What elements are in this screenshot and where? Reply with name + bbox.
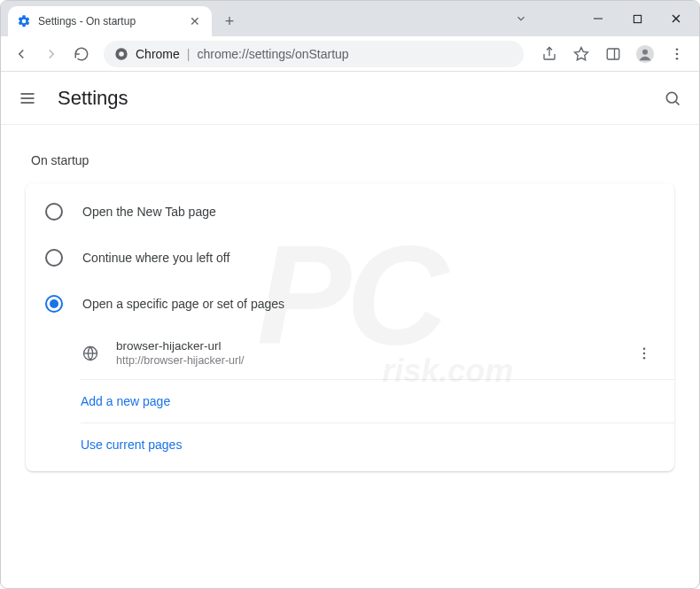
use-current-pages-link[interactable]: Use current pages [81, 423, 674, 466]
radio-option-specific-pages[interactable]: Open a specific page or set of pages [26, 281, 674, 327]
section-heading: On startup [31, 153, 674, 167]
radio-option-new-tab[interactable]: Open the New Tab page [26, 189, 674, 235]
svg-point-14 [676, 57, 679, 59]
page-entry-menu-icon[interactable] [634, 343, 655, 364]
svg-marker-7 [575, 47, 588, 59]
window-titlebar: Settings - On startup ✕ + [1, 1, 699, 36]
gear-icon [17, 14, 31, 28]
toolbar-actions [534, 41, 692, 67]
forward-button[interactable] [38, 41, 65, 67]
svg-point-23 [643, 352, 646, 354]
reload-button[interactable] [68, 41, 95, 67]
url-separator: | [187, 47, 191, 61]
url-scheme-label: Chrome [136, 47, 180, 61]
close-window-button[interactable] [657, 5, 696, 32]
maximize-button[interactable] [618, 5, 657, 32]
svg-point-11 [642, 49, 648, 54]
page-entry-url: http://browser-hijacker-url/ [116, 354, 618, 367]
overflow-menu-icon[interactable] [662, 41, 692, 67]
radio-option-continue[interactable]: Continue where you left off [26, 235, 674, 281]
startup-pages-list: browser-hijacker-url http://browser-hija… [26, 327, 674, 466]
svg-point-24 [643, 356, 646, 359]
profile-avatar-icon[interactable] [630, 41, 660, 67]
chrome-icon [114, 47, 128, 61]
url-path: chrome://settings/onStartup [197, 47, 348, 61]
tab-title: Settings - On startup [38, 15, 180, 27]
back-button[interactable] [8, 41, 35, 67]
menu-icon[interactable] [17, 88, 38, 109]
search-icon[interactable] [662, 88, 683, 109]
settings-header: Settings [1, 72, 699, 125]
browser-toolbar: Chrome | chrome://settings/onStartup [1, 36, 699, 72]
startup-page-entry: browser-hijacker-url http://browser-hija… [81, 327, 674, 380]
radio-icon [45, 249, 63, 267]
window-controls [579, 1, 696, 36]
page-entry-texts: browser-hijacker-url http://browser-hija… [116, 339, 618, 367]
svg-point-12 [676, 48, 679, 50]
svg-point-22 [643, 347, 646, 350]
bookmark-star-icon[interactable] [566, 41, 596, 67]
svg-point-13 [676, 52, 679, 55]
add-page-link[interactable]: Add a new page [81, 380, 674, 423]
startup-card: Open the New Tab page Continue where you… [26, 183, 674, 471]
chevron-down-icon[interactable] [508, 10, 534, 27]
svg-rect-8 [607, 49, 619, 59]
svg-rect-1 [634, 15, 641, 22]
svg-point-18 [666, 92, 677, 103]
close-tab-icon[interactable]: ✕ [187, 14, 203, 28]
share-icon[interactable] [534, 41, 564, 67]
radio-label: Continue where you left off [82, 251, 229, 265]
page-title: Settings [58, 87, 128, 110]
svg-point-5 [119, 51, 124, 57]
svg-line-19 [676, 101, 680, 105]
globe-icon [81, 344, 100, 363]
browser-tab[interactable]: Settings - On startup ✕ [8, 6, 212, 36]
radio-label: Open a specific page or set of pages [82, 297, 284, 311]
radio-icon-selected [45, 295, 63, 313]
radio-label: Open the New Tab page [82, 205, 216, 219]
radio-icon [45, 203, 63, 221]
address-bar[interactable]: Chrome | chrome://settings/onStartup [104, 41, 524, 67]
side-panel-icon[interactable] [598, 41, 628, 67]
settings-content: On startup Open the New Tab page Continu… [1, 125, 699, 492]
new-tab-button[interactable]: + [217, 9, 242, 34]
page-entry-name: browser-hijacker-url [116, 339, 618, 353]
minimize-button[interactable] [579, 5, 618, 32]
